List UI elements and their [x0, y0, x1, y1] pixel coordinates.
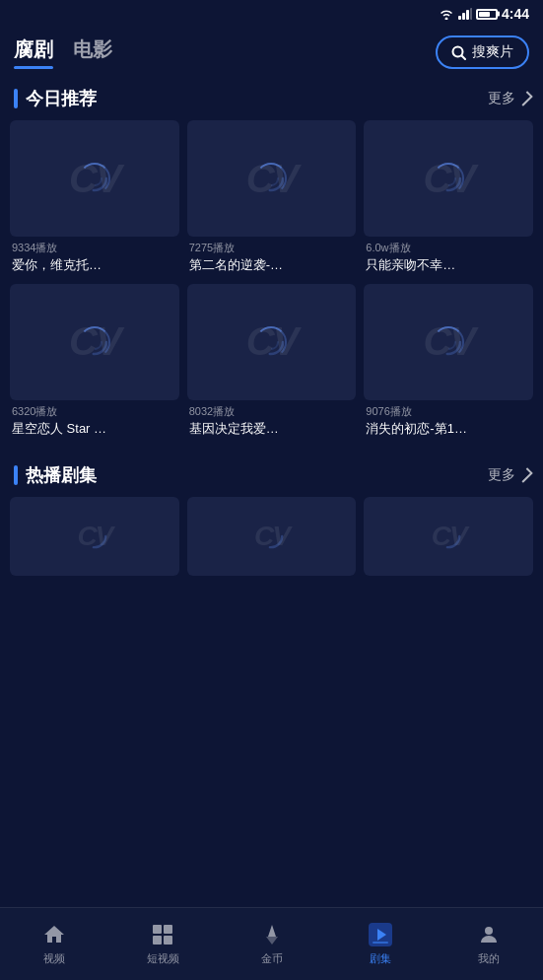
profile-label: 我的	[478, 951, 500, 966]
svg-point-12	[83, 330, 106, 354]
hot-series-card-1[interactable]: CV	[187, 497, 357, 576]
play-count-2: 6.0w播放	[366, 241, 531, 255]
video-title-0: 爱你，维克托…	[12, 257, 177, 274]
svg-line-5	[462, 55, 466, 59]
video-card-2[interactable]: CV 6.0w播放 只能亲吻不幸…	[364, 120, 533, 276]
v-icon	[259, 922, 285, 947]
video-title-2: 只能亲吻不幸…	[366, 257, 531, 274]
nav-item-short-video[interactable]: 短视频	[108, 922, 217, 966]
nav-item-home[interactable]: 视频	[0, 922, 108, 966]
nav-item-profile[interactable]: 我的	[435, 922, 543, 966]
hot-series-thumb-2: CV	[364, 497, 533, 576]
play-count-1: 7275播放	[189, 241, 355, 255]
hot-series-card-0[interactable]: CV	[10, 497, 179, 576]
svg-rect-2	[466, 10, 469, 20]
status-icons: 4:44	[439, 6, 529, 22]
person-icon	[476, 922, 502, 947]
today-recommend-title: 今日推荐	[26, 87, 97, 110]
video-thumb-4: CV	[187, 284, 357, 400]
search-label: 搜爽片	[472, 43, 513, 61]
tab-fuji[interactable]: 腐剧	[14, 36, 53, 69]
svg-rect-3	[470, 8, 472, 20]
svg-point-18	[84, 525, 105, 547]
short-video-label: 短视频	[147, 951, 179, 966]
video-title-5: 消失的初恋-第1…	[366, 421, 531, 438]
video-card-3[interactable]: CV 6320播放 星空恋人 Star …	[10, 284, 179, 440]
grid-icon	[150, 922, 175, 947]
svg-rect-1	[462, 13, 465, 20]
play-count-5: 9076播放	[366, 404, 531, 419]
signal-icon	[458, 8, 472, 20]
svg-rect-0	[458, 16, 461, 20]
svg-point-28	[485, 927, 493, 935]
search-icon	[451, 45, 466, 60]
video-card-5[interactable]: CV 9076播放 消失的初恋-第1…	[364, 284, 533, 440]
video-title-4: 基因决定我爱…	[189, 421, 355, 438]
video-thumb-5: CV	[364, 284, 533, 400]
svg-rect-24	[164, 936, 172, 945]
home-label: 视频	[43, 951, 65, 966]
nav-item-coins[interactable]: 金币	[217, 922, 325, 966]
svg-point-16	[437, 330, 460, 354]
svg-point-17	[441, 335, 455, 349]
hot-series-grid: CV CV CV	[0, 497, 543, 576]
svg-point-13	[88, 335, 102, 349]
nav-item-series[interactable]: 剧集	[326, 922, 435, 966]
video-thumb-3: CV	[10, 284, 179, 400]
svg-point-15	[264, 335, 278, 349]
video-title-3: 星空恋人 Star …	[12, 421, 177, 438]
battery-icon	[476, 9, 498, 20]
svg-point-9	[264, 172, 278, 185]
tab-movie[interactable]: 电影	[73, 36, 112, 69]
today-recommend-header: 今日推荐 更多	[0, 73, 543, 120]
today-recommend-more[interactable]: 更多	[488, 90, 529, 107]
svg-point-8	[259, 167, 283, 190]
svg-rect-21	[153, 925, 162, 934]
play-count-0: 9334播放	[12, 241, 177, 255]
video-thumb-2: CV	[364, 120, 533, 237]
hot-series-chevron	[517, 467, 533, 483]
wifi-icon	[439, 8, 454, 20]
video-card-0[interactable]: CV 9334播放 爱你，维克托…	[10, 120, 179, 276]
home-icon	[41, 922, 67, 947]
series-label: 剧集	[370, 951, 391, 966]
video-card-4[interactable]: CV 8032播放 基因决定我爱…	[187, 284, 357, 440]
status-time: 4:44	[502, 6, 529, 22]
play-count-4: 8032播放	[189, 404, 355, 419]
svg-point-10	[437, 167, 460, 190]
video-thumb-0: CV	[10, 120, 179, 237]
svg-point-11	[441, 172, 455, 185]
svg-rect-22	[164, 925, 172, 934]
svg-point-14	[259, 330, 283, 354]
section-title-wrapper: 今日推荐	[14, 87, 97, 110]
svg-point-7	[88, 172, 102, 185]
play-count-3: 6320播放	[12, 404, 177, 419]
hot-series-header: 热播剧集 更多	[0, 450, 543, 497]
svg-point-20	[438, 525, 459, 547]
today-recommend-grid: CV 9334播放 爱你，维克托… CV	[0, 120, 543, 450]
svg-point-6	[83, 167, 106, 190]
hot-series-thumb-0: CV	[10, 497, 179, 576]
play-icon	[368, 922, 393, 947]
bottom-nav: 视频 短视频 金币	[0, 907, 543, 980]
nav-tabs: 腐剧 电影	[14, 36, 416, 69]
chevron-right-icon	[517, 91, 533, 106]
hot-series-thumb-1: CV	[187, 497, 357, 576]
hot-series-accent	[14, 465, 18, 485]
video-card-1[interactable]: CV 7275播放 第二名的逆袭-…	[187, 120, 357, 276]
hot-series-title: 热播剧集	[26, 463, 97, 487]
hot-series-card-2[interactable]: CV	[364, 497, 533, 576]
svg-rect-27	[373, 942, 388, 944]
header: 腐剧 电影 搜爽片	[0, 28, 543, 73]
hot-series-more[interactable]: 更多	[488, 466, 529, 484]
section-accent	[14, 89, 18, 108]
video-thumb-1: CV	[187, 120, 357, 237]
search-button[interactable]: 搜爽片	[436, 35, 529, 69]
video-title-1: 第二名的逆袭-…	[189, 257, 355, 274]
status-bar: 4:44	[0, 0, 543, 28]
svg-rect-23	[153, 936, 162, 945]
svg-point-19	[260, 525, 282, 547]
coins-label: 金币	[261, 951, 283, 966]
